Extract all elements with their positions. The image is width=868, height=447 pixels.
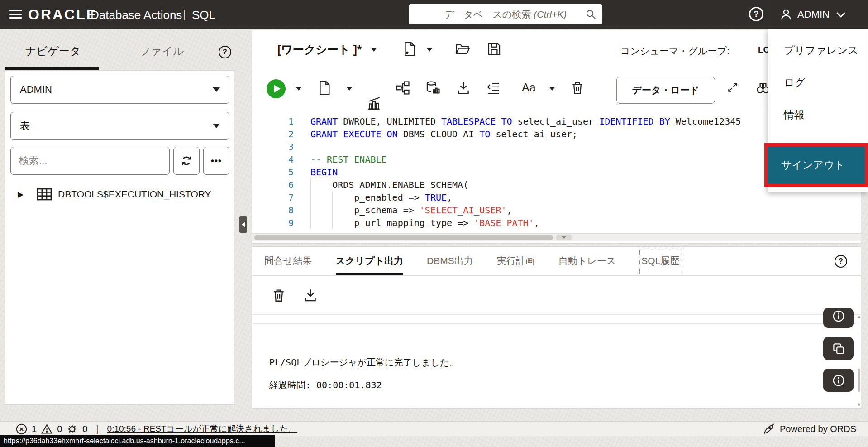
gear-icon[interactable]: [66, 423, 78, 435]
link-url-tooltip: https://p36dah33ehxmnrf-selectaioci.adb.…: [0, 435, 275, 447]
schema-select[interactable]: ADMIN: [10, 76, 229, 104]
active-tab-underline: [5, 67, 99, 70]
autotrace-button[interactable]: [395, 80, 410, 96]
splitter-collapse-handle[interactable]: [239, 216, 247, 233]
text-size-button[interactable]: Aa: [522, 81, 536, 94]
results-vertical-scrollbar[interactable]: ▲ ▼: [857, 315, 861, 408]
info-icon: [832, 374, 845, 387]
tab-navigator[interactable]: ナビゲータ: [25, 44, 81, 58]
indent-guide: [332, 191, 333, 229]
results-tabs: 問合せ結果 スクリプト出力 DBMS出力 実行計画 自動トレース SQL履歴: [252, 247, 861, 276]
tab-query-result[interactable]: 問合せ結果: [264, 247, 312, 275]
object-type-select[interactable]: 表: [10, 112, 229, 140]
menu-item-preferences[interactable]: プリファレンス: [768, 34, 868, 67]
run-dropdown-caret-icon[interactable]: [296, 87, 302, 91]
warning-triangle-icon[interactable]: [41, 423, 53, 435]
object-search-input[interactable]: [10, 147, 170, 175]
script-file-icon: [316, 80, 332, 96]
clear-output-button[interactable]: [271, 288, 286, 303]
sign-out-button-highlighted[interactable]: サインアウト: [764, 143, 868, 187]
scrollbar-thumb[interactable]: [858, 369, 860, 392]
search-icon: [586, 9, 596, 19]
navigator-panel: ADMIN 表 ••• ▶ DBTOOLS$EXECUTION_HISTORY: [5, 70, 234, 405]
help-icon[interactable]: ?: [749, 7, 763, 21]
data-load-button[interactable]: データ・ロード: [616, 77, 715, 104]
sql-history-button[interactable]: [425, 80, 440, 96]
row-info-button[interactable]: [823, 308, 854, 328]
run-script-caret-icon[interactable]: [346, 87, 353, 91]
chevron-down-icon: [834, 8, 848, 21]
refresh-button[interactable]: [173, 147, 200, 175]
worksheet-title[interactable]: [ワークシート ]*: [277, 42, 362, 57]
rocket-icon: [763, 423, 775, 435]
copy-icon: [832, 342, 845, 356]
tab-sql-history[interactable]: SQL履歴: [639, 247, 681, 275]
expand-editor-button[interactable]: [726, 81, 739, 94]
sidebar-tabs: ナビゲータ ファイル ?: [0, 29, 238, 72]
scrollbar-thumb[interactable]: [254, 235, 553, 240]
more-actions-button[interactable]: •••: [203, 147, 229, 175]
run-statement-button[interactable]: [267, 79, 286, 98]
tree-expand-arrow-icon[interactable]: ▶: [18, 190, 24, 199]
editor-horizontal-scrollbar[interactable]: [252, 233, 861, 241]
oracle-logo: ORACLE: [28, 6, 97, 23]
table-icon: [36, 187, 52, 201]
tab-dbms-output[interactable]: DBMS出力: [427, 247, 473, 275]
download-icon: [456, 80, 471, 96]
powered-by-ords-link[interactable]: Powered by ORDS: [780, 424, 856, 434]
menu-item-about[interactable]: 情報: [768, 99, 868, 131]
results-help-icon[interactable]: ?: [835, 255, 847, 268]
clear-worksheet-button[interactable]: [570, 80, 585, 96]
download-output-button[interactable]: [303, 288, 318, 303]
panel-collapse-handle[interactable]: [556, 235, 572, 240]
schema-select-value: ADMIN: [20, 84, 52, 96]
open-file-button[interactable]: [455, 41, 470, 57]
menu-item-log[interactable]: ログ: [768, 67, 868, 99]
title-separator: |: [183, 7, 186, 21]
trash-icon: [570, 80, 585, 96]
tree-item-dbtools-execution-history[interactable]: ▶ DBTOOLS$EXECUTION_HISTORY: [5, 184, 234, 205]
search-placeholder: データベースの検索: [444, 8, 531, 21]
error-circle-icon[interactable]: [15, 423, 28, 435]
left-sidebar: ナビゲータ ファイル ? ADMIN 表 ••• ▶ DBTOOLS$EXECU…: [0, 29, 238, 421]
copy-output-button[interactable]: [823, 337, 854, 360]
output-info-button[interactable]: [823, 369, 854, 392]
status-separator: |: [96, 424, 98, 434]
save-button[interactable]: [486, 41, 502, 57]
hamburger-menu-icon[interactable]: [9, 8, 22, 20]
output-divider: [253, 323, 856, 324]
consumer-group-label: コンシューマ・グループ:: [620, 45, 730, 58]
select-caret-icon: [213, 87, 220, 92]
sidebar-help-icon[interactable]: ?: [219, 46, 231, 58]
autotrace-icon: [395, 80, 410, 96]
user-icon: [779, 8, 793, 21]
tab-files[interactable]: ファイル: [139, 44, 184, 58]
status-message-link[interactable]: 0:10:56 - RESTコールが正常に解決されました。: [107, 423, 297, 435]
scroll-up-arrow-icon[interactable]: ▲: [857, 314, 862, 319]
output-elapsed-time: 経過時間: 00:00:01.832: [269, 379, 382, 391]
download-button[interactable]: [456, 80, 471, 96]
tab-script-output[interactable]: スクリプト出力: [336, 247, 403, 275]
format-button[interactable]: [486, 80, 501, 96]
sidebar-splitter[interactable]: [238, 29, 247, 421]
top-header: ORACLE Database Actions | SQL データベースの検索 …: [0, 0, 868, 29]
text-size-caret-icon[interactable]: [549, 87, 555, 91]
select-caret-icon: [213, 124, 220, 128]
user-name: ADMIN: [797, 9, 830, 20]
scroll-down-arrow-icon[interactable]: ▼: [857, 402, 862, 407]
object-type-value: 表: [20, 119, 30, 133]
user-menu-button[interactable]: ADMIN: [779, 0, 848, 29]
results-panel: 問合せ結果 スクリプト出力 DBMS出力 実行計画 自動トレース SQL履歴 ?…: [252, 246, 861, 409]
new-worksheet-caret-icon[interactable]: [426, 48, 433, 52]
tab-autotrace[interactable]: 自動トレース: [558, 247, 616, 275]
indent-guide: [310, 178, 311, 229]
tab-explain-plan[interactable]: 実行計画: [497, 247, 535, 275]
database-search-input[interactable]: データベースの検索 (Ctrl+K): [409, 4, 602, 24]
search-shortcut-hint: (Ctrl+K): [534, 9, 567, 20]
text-size-label: Aa: [522, 81, 536, 94]
save-icon: [486, 41, 502, 57]
worksheet-title-caret-icon[interactable]: [371, 48, 377, 52]
code-line: 8 p_schema => 'SELECT_AI_USER',: [252, 204, 861, 216]
powered-by: Powered by ORDS: [763, 423, 856, 435]
trash-icon: [271, 288, 286, 303]
